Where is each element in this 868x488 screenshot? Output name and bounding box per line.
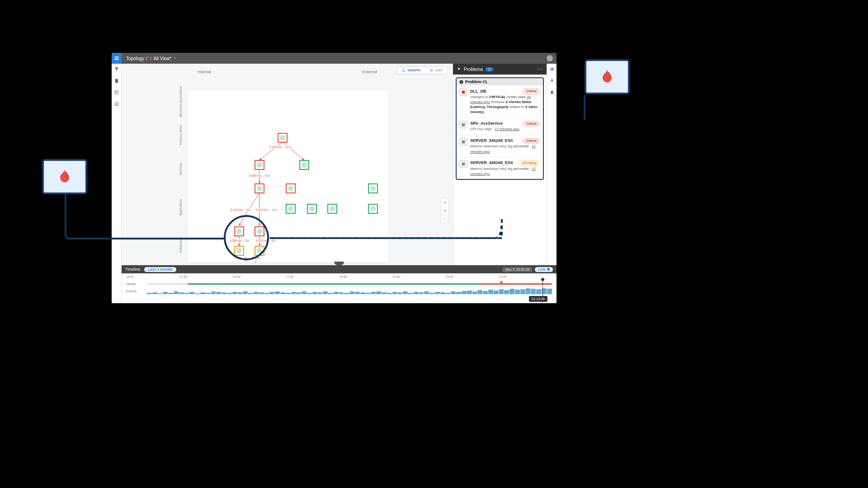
timeline-now-box: 21:12:26 <box>529 296 547 302</box>
problems-panel: Problems 1 ⋯ i Problem #1 DLL_DBCritical… <box>453 64 547 265</box>
srv-icon <box>459 160 467 168</box>
problem-item[interactable]: SRV_AccServiceCriticalCPU too high · 27 … <box>457 117 543 135</box>
flame-icon <box>457 67 461 71</box>
problem-card[interactable]: i Problem #1 DLL_DBCriticalchanged to CR… <box>456 77 544 180</box>
app-window: Topology / All View* Internal External <box>112 53 557 303</box>
zoom-fit-button[interactable]: ⤢ <box>441 206 448 215</box>
topology-node[interactable] <box>286 204 296 214</box>
zoom-out-button[interactable]: − <box>441 215 448 223</box>
edge-label: 4.632 ms ↑6/s <box>255 239 276 242</box>
svg-line-13 <box>295 188 311 205</box>
svg-line-12 <box>264 185 286 188</box>
flame-icon <box>56 168 74 186</box>
problem-item[interactable]: DLL_DBCriticalchanged to CRITICAL health… <box>457 85 543 117</box>
timeline-health-row: Health <box>126 280 552 287</box>
timeline-footer: Timeline LAST 6 HOURS Nov 7, 15:37:24 LI… <box>122 265 557 303</box>
zoom-control: + ⤢ − <box>441 198 449 223</box>
timeline-live-badge[interactable]: LIVE <box>535 267 553 272</box>
breadcrumb: Topology / All View* <box>126 56 177 61</box>
flame-icon <box>598 68 616 86</box>
row-labels: Business Applications Process Steps Serv… <box>174 90 187 263</box>
svg-rect-21 <box>462 140 465 143</box>
topbar: Topology / All View* <box>112 53 557 64</box>
topology-node[interactable] <box>255 226 264 236</box>
topology-node[interactable] <box>234 226 244 236</box>
topology-node[interactable] <box>286 183 296 193</box>
edge-label: 95 ms ↑ <box>251 256 265 259</box>
problem-item[interactable]: SERVER_345268_ESXDeviatingMetrics maximu… <box>457 157 543 179</box>
svg-line-3 <box>259 142 283 160</box>
graph-toggle-button[interactable]: GRAPH <box>397 67 425 74</box>
annotation-callout-right <box>585 59 630 94</box>
health-marker-icon <box>500 282 503 284</box>
row-label: Applications <box>179 192 182 223</box>
col-internal: Internal <box>122 70 287 74</box>
graph-edges <box>187 90 389 263</box>
timeline-title: Timeline <box>125 267 141 272</box>
edge-label: 5.456 ms ↑21/s <box>248 174 271 177</box>
timeline-timestamp: Nov 7, 15:37:24 <box>503 267 532 272</box>
topology-node[interactable] <box>368 183 378 193</box>
timeline-collapse-handle[interactable] <box>334 262 344 265</box>
timeline-header: Timeline LAST 6 HOURS Nov 7, 15:37:24 LI… <box>122 265 557 273</box>
svg-line-14 <box>264 208 286 231</box>
topology-node[interactable] <box>307 204 317 214</box>
gear-icon[interactable] <box>114 102 119 107</box>
status-dot-icon <box>149 57 152 60</box>
annotation-callout-left <box>42 159 87 194</box>
row-label: Services <box>179 154 182 185</box>
svg-rect-22 <box>462 163 465 165</box>
svg-point-0 <box>403 69 404 70</box>
topology-canvas-area[interactable]: Internal External GRAPH LIST Business Ap… <box>122 64 453 265</box>
timeline-body[interactable]: 14:0015:0016:0017:0018:0019:0020:0021:00… <box>122 273 557 303</box>
timeline-events-row: Events <box>126 287 552 295</box>
srv-icon <box>459 138 467 146</box>
canvas-column-header: Internal External GRAPH LIST <box>122 64 453 80</box>
svg-rect-20 <box>462 123 465 126</box>
topology-node[interactable] <box>255 183 264 193</box>
timeline-range-tag[interactable]: LAST 6 HOURS <box>144 267 176 272</box>
hamburger-button[interactable] <box>112 53 122 64</box>
user-avatar[interactable] <box>547 55 553 61</box>
list-view-icon <box>429 68 434 72</box>
topology-node[interactable] <box>255 246 264 256</box>
health-bar[interactable] <box>147 283 552 285</box>
breadcrumb-view[interactable]: All View* <box>154 56 171 61</box>
row-label: Process Steps <box>179 119 182 151</box>
info-icon: i <box>459 80 463 84</box>
zoom-in-button[interactable]: + <box>441 198 448 206</box>
breadcrumb-sep: / <box>146 56 147 61</box>
hamburger-icon <box>114 56 119 61</box>
row-label: Business Applications <box>179 86 182 117</box>
topology-node[interactable] <box>299 160 309 170</box>
problem-card-header: i Problem #1 <box>457 78 543 85</box>
db-icon <box>459 88 467 96</box>
topology-node[interactable] <box>327 204 337 214</box>
problems-count-badge: 1 <box>486 67 493 71</box>
problem-item[interactable]: SERVER_345268_ESXCriticalMetrics maximum… <box>457 135 543 157</box>
main-area: Internal External GRAPH LIST Business Ap… <box>122 64 557 265</box>
left-tool-rail <box>112 64 122 303</box>
list-toggle-button[interactable]: LIST <box>425 67 448 74</box>
topology-node[interactable] <box>255 160 264 170</box>
row-label: Databases <box>179 230 182 261</box>
topology-node[interactable] <box>234 246 244 256</box>
svg-rect-19 <box>462 91 465 94</box>
graph-icon <box>401 68 406 72</box>
document-icon[interactable] <box>114 78 119 84</box>
events-bars[interactable] <box>147 288 552 294</box>
topology-graph[interactable]: DLL_DB 6.034 ms ↑21/s5.456 ms ↑21/s5.103… <box>187 90 389 263</box>
panel-title: Problems <box>464 67 483 72</box>
layout-icon[interactable] <box>114 90 119 95</box>
chevron-down-icon[interactable] <box>173 56 177 60</box>
edge-label: 6.034 ms ↑21/s <box>269 145 292 149</box>
view-toggle: GRAPH LIST <box>396 66 448 74</box>
topology-node[interactable] <box>368 204 378 214</box>
timeline-axis: 14:0015:0016:0017:0018:0019:0020:0021:00 <box>126 275 552 278</box>
edge-label: ms ↑2/s <box>235 256 248 259</box>
breadcrumb-root[interactable]: Topology <box>126 56 144 61</box>
topology-node[interactable] <box>278 133 288 143</box>
panel-menu-button[interactable]: ⋯ <box>537 66 543 72</box>
edge-label: 5.103 ms ↑5/s <box>230 208 251 211</box>
filter-icon[interactable] <box>114 66 119 72</box>
